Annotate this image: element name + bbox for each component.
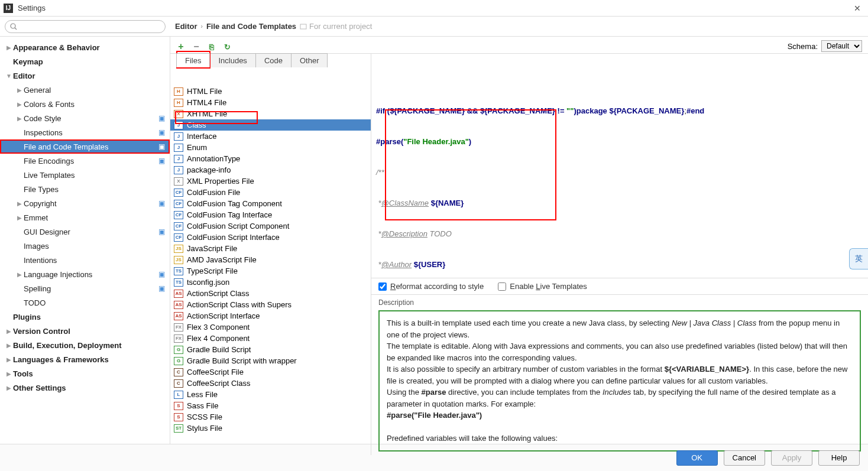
template-item[interactable]: CFColdFusion Script Interface xyxy=(170,232,371,243)
template-label: AMD JavaScript File xyxy=(187,255,257,264)
template-item[interactable]: FXFlex 4 Component xyxy=(170,333,371,344)
close-icon[interactable]: ✕ xyxy=(850,4,864,13)
window-title: Settings xyxy=(18,4,850,12)
tree-item[interactable]: ▶Tools xyxy=(0,366,170,381)
template-label: CoffeeScript Class xyxy=(187,379,250,388)
schema-dropdown[interactable]: Default xyxy=(821,40,862,52)
help-button[interactable]: Help xyxy=(818,450,860,466)
search-field[interactable] xyxy=(20,22,160,31)
tree-item[interactable]: Spelling▣ xyxy=(0,281,170,295)
template-item[interactable]: CFColdFusion File xyxy=(170,187,371,198)
tree-item[interactable]: ▶Code Style▣ xyxy=(0,111,170,125)
template-item[interactable]: CCoffeeScript File xyxy=(170,366,371,378)
template-item[interactable]: CFColdFusion Tag Interface xyxy=(170,209,371,220)
tree-item[interactable]: ▶Appearance & Behavior xyxy=(0,40,170,54)
template-item[interactable]: JAnnotationType xyxy=(170,153,371,164)
tree-item[interactable]: ▶Other Settings xyxy=(0,381,170,395)
remove-icon[interactable]: − xyxy=(192,42,201,51)
arrow-icon: ▶ xyxy=(15,200,24,207)
template-item[interactable]: ASActionScript Interface xyxy=(170,310,371,321)
template-label: HTML File xyxy=(187,87,222,96)
template-list[interactable]: HHTML FileHHTML4 FileXXHTML FileJClassJI… xyxy=(170,54,371,455)
tree-item[interactable]: ▼Editor xyxy=(0,69,170,83)
template-item[interactable]: SSCSS File xyxy=(170,411,371,423)
template-item[interactable]: SSass File xyxy=(170,400,371,411)
ime-badge[interactable]: 英 xyxy=(849,248,868,269)
template-item[interactable]: TStsconfig.json xyxy=(170,277,371,288)
tree-item[interactable]: Keymap xyxy=(0,54,170,69)
template-item[interactable]: FXFlex 3 Component xyxy=(170,321,371,333)
template-item[interactable]: CCoffeeScript Class xyxy=(170,378,371,389)
tree-item[interactable]: Live Templates xyxy=(0,168,170,182)
template-label: Gradle Build Script with wrapper xyxy=(187,356,297,365)
template-item[interactable]: HHTML4 File xyxy=(170,97,371,108)
template-item[interactable]: GGradle Build Script with wrapper xyxy=(170,355,371,366)
tab-code[interactable]: Code xyxy=(255,53,292,67)
tree-item[interactable]: TODO xyxy=(0,295,170,310)
template-item[interactable]: XXHTML File xyxy=(170,108,371,119)
tree-item[interactable]: File Encodings▣ xyxy=(0,154,170,168)
template-item[interactable]: Jpackage-info xyxy=(170,164,371,176)
tree-item[interactable]: Intentions xyxy=(0,253,170,267)
tab-other[interactable]: Other xyxy=(291,53,328,67)
reformat-checkbox[interactable]: Reformat according to style xyxy=(378,282,484,291)
project-scope-icon: ▣ xyxy=(158,199,165,207)
template-item[interactable]: ASActionScript Class xyxy=(170,288,371,299)
tree-item[interactable]: ▶General xyxy=(0,83,170,97)
tree-item[interactable]: ▶Version Control xyxy=(0,324,170,338)
tree-item[interactable]: File and Code Templates▣ xyxy=(0,139,170,154)
add-icon[interactable]: + xyxy=(176,42,186,51)
settings-tree[interactable]: ▶Appearance & BehaviorKeymap▼Editor▶Gene… xyxy=(0,37,170,444)
template-label: CoffeeScript File xyxy=(187,368,244,376)
template-item[interactable]: JClass xyxy=(170,119,371,131)
options-row: Reformat according to style Enable Live … xyxy=(371,278,868,295)
template-item[interactable]: HHTML File xyxy=(170,86,371,97)
tree-item-label: Copyright xyxy=(24,199,158,208)
template-item[interactable]: JEnum xyxy=(170,142,371,153)
template-item[interactable]: LLess File xyxy=(170,389,371,400)
tree-item[interactable]: ▶Languages & Frameworks xyxy=(0,352,170,366)
tree-item[interactable]: Images xyxy=(0,239,170,253)
tree-item[interactable]: ▶Language Injections▣ xyxy=(0,267,170,281)
template-item[interactable]: JInterface xyxy=(170,131,371,142)
tree-item[interactable]: Plugins xyxy=(0,310,170,324)
template-item[interactable]: TSTypeScript File xyxy=(170,265,371,277)
tree-item[interactable]: ▶Emmet xyxy=(0,210,170,225)
template-item[interactable]: JSJavaScript File xyxy=(170,243,371,254)
tree-item[interactable]: GUI Designer▣ xyxy=(0,225,170,239)
file-icon: S xyxy=(174,413,183,421)
tree-item-label: Intentions xyxy=(24,256,165,265)
ok-button[interactable]: OK xyxy=(676,450,718,466)
tab-includes[interactable]: Includes xyxy=(209,53,255,67)
file-icon: J xyxy=(174,132,183,141)
tree-item[interactable]: File Types xyxy=(0,182,170,196)
live-templates-checkbox[interactable]: Enable Live Templates xyxy=(498,282,587,291)
breadcrumb-editor: Editor xyxy=(175,22,197,31)
tree-item[interactable]: ▶Colors & Fonts xyxy=(0,97,170,111)
search-input[interactable] xyxy=(5,20,166,33)
template-item[interactable]: GGradle Build Script xyxy=(170,344,371,355)
tree-item[interactable]: ▶Copyright▣ xyxy=(0,196,170,210)
template-label: Enum xyxy=(187,143,207,152)
project-scope-icon: ▣ xyxy=(158,270,165,278)
tree-item[interactable]: ▶Build, Execution, Deployment xyxy=(0,338,170,352)
apply-button[interactable]: Apply xyxy=(771,450,812,466)
template-label: package-info xyxy=(187,165,231,174)
tab-files[interactable]: Files xyxy=(176,53,210,67)
code-editor[interactable]: #if (${PACKAGE_NAME} && ${PACKAGE_NAME} … xyxy=(371,86,868,278)
template-item[interactable]: XXML Properties File xyxy=(170,176,371,187)
template-item[interactable]: JSAMD JavaScript File xyxy=(170,254,371,265)
tree-item-label: Appearance & Behavior xyxy=(13,43,165,52)
tree-item-label: Language Injections xyxy=(24,270,158,279)
refresh-icon[interactable]: ↻ xyxy=(222,42,232,51)
tree-item[interactable]: Inspections▣ xyxy=(0,125,170,139)
template-item[interactable]: STStylus File xyxy=(170,423,371,434)
arrow-icon: ▶ xyxy=(5,342,13,349)
copy-icon[interactable]: ⎘ xyxy=(207,42,216,51)
template-item[interactable]: CFColdFusion Script Component xyxy=(170,220,371,232)
cancel-button[interactable]: Cancel xyxy=(724,450,765,466)
tree-item-label: Version Control xyxy=(13,327,165,336)
template-item[interactable]: CFColdFusion Tag Component xyxy=(170,198,371,209)
template-item[interactable]: ASActionScript Class with Supers xyxy=(170,299,371,310)
template-label: ColdFusion Tag Interface xyxy=(187,210,272,219)
